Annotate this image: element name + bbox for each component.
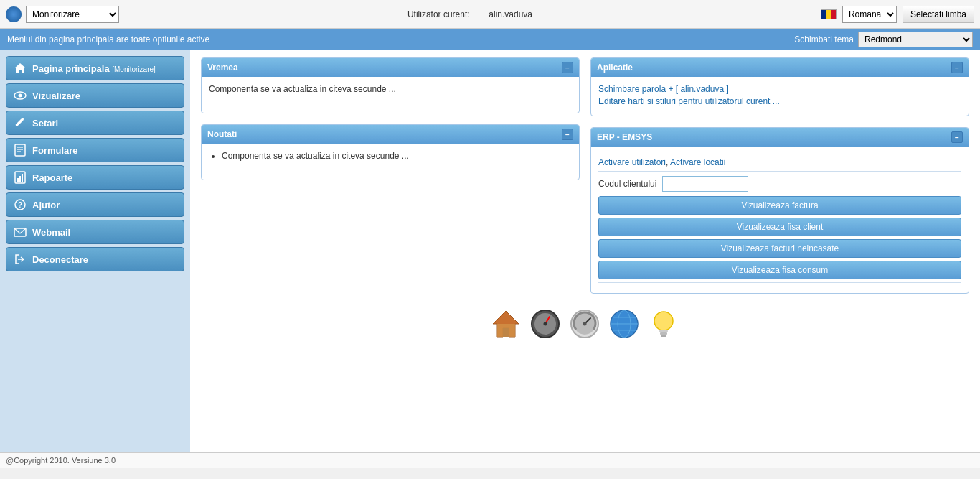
sidebar-item-ajutor[interactable]: ? Ajutor <box>6 192 184 217</box>
erp-btn-fisa-client[interactable]: Vizualizeaza fisa client <box>598 218 961 236</box>
info-bar: Meniul din pagina principala are toate o… <box>0 29 980 50</box>
footer-house-icon <box>490 308 522 340</box>
noutati-item: Componenta se va actualiza in citeva sec… <box>222 151 572 161</box>
footer-gauge-icon <box>529 308 562 340</box>
footer-globe-icon <box>608 308 641 340</box>
report-icon <box>14 171 27 184</box>
top-bar: Monitorizare Utilizator curent: alin.vad… <box>0 0 980 29</box>
noutati-widget: Noutati − Componenta se va actualiza in … <box>201 124 580 180</box>
svg-marker-0 <box>14 63 26 73</box>
svg-point-21 <box>544 322 547 326</box>
select-language-button[interactable]: Selectati limba <box>903 6 974 23</box>
noutati-title: Noutati <box>207 129 237 139</box>
erp-minimize-btn[interactable]: − <box>951 131 963 143</box>
noutati-minimize-btn[interactable]: − <box>562 129 573 140</box>
aplicatie-title: Aplicatie <box>597 62 633 73</box>
home-icon <box>14 62 27 75</box>
vremea-widget: Vremea − Componenta se va actualiza in c… <box>201 57 580 113</box>
username: alin.vaduva <box>489 9 532 19</box>
theme-select[interactable]: Redmond Default Blue <box>858 32 973 47</box>
mail-icon <box>14 225 27 238</box>
footer-bulb-icon <box>648 308 680 340</box>
aplicatie-header: Aplicatie − <box>591 58 969 77</box>
erp-bottom-divider <box>598 282 961 283</box>
top-bar-right: Romana English Selectati limba <box>821 6 974 23</box>
sidebar-item-webmail[interactable]: Webmail <box>6 220 184 244</box>
aplicatie-link-1[interactable]: Schimbare parola + [ alin.vaduva ] <box>598 84 961 94</box>
flag-icon <box>821 9 837 19</box>
erp-header: ERP - EMSYS − <box>591 128 969 147</box>
svg-text:?: ? <box>18 201 22 209</box>
sidebar-vizualizare-label: Vizualizare <box>32 90 80 101</box>
form-icon <box>14 144 27 157</box>
logout-icon <box>14 253 27 266</box>
erp-title: ERP - EMSYS <box>597 132 652 142</box>
aplicatie-minimize-btn[interactable]: − <box>951 62 963 73</box>
theme-selector: Schimbati tema Redmond Default Blue <box>794 32 973 47</box>
main-layout: Pagina principala [Monitorizare] Vizuali… <box>0 50 980 452</box>
sidebar: Pagina principala [Monitorizare] Vizuali… <box>0 50 190 452</box>
erp-widget: ERP - EMSYS − Activare utilizatori, Acti… <box>590 127 969 294</box>
sidebar-deconectare-label: Deconectare <box>32 254 88 265</box>
top-bar-left: Monitorizare <box>6 6 119 23</box>
erp-cod-label: Codul clientului <box>598 179 656 189</box>
svg-rect-10 <box>22 174 23 182</box>
wrench-icon <box>14 116 27 129</box>
footer-icons <box>201 294 969 348</box>
sidebar-formulare-label: Formulare <box>32 145 78 156</box>
content-area: Vremea − Componenta se va actualiza in c… <box>190 50 980 452</box>
erp-btn-factura[interactable]: Vizualizeaza factura <box>598 196 961 215</box>
aplicatie-widget: Aplicatie − Schimbare parola + [ alin.va… <box>590 57 969 116</box>
sidebar-item-vizualizare[interactable]: Vizualizare <box>6 83 184 108</box>
erp-activare-text: Activare utilizatori, Activare locatii <box>598 154 961 172</box>
svg-rect-34 <box>661 335 666 337</box>
erp-cod-input[interactable] <box>662 176 748 192</box>
language-select[interactable]: Romana English <box>842 6 897 23</box>
vremea-header: Vremea − <box>202 58 579 77</box>
user-label: Utilizator curent: <box>407 9 470 19</box>
sidebar-item-deconectare[interactable]: Deconectare <box>6 247 184 271</box>
footer-speedometer-icon <box>569 308 601 340</box>
left-column: Vremea − Componenta se va actualiza in c… <box>201 57 580 294</box>
user-info: Utilizator curent: alin.vaduva <box>407 9 532 19</box>
app-logo <box>6 6 22 22</box>
sidebar-rapoarte-label: Rapoarte <box>32 172 72 183</box>
sidebar-webmail-label: Webmail <box>32 227 70 238</box>
svg-rect-33 <box>660 332 667 335</box>
widgets-grid: Vremea − Componenta se va actualiza in c… <box>201 57 969 294</box>
copyright-text: @Copyright 2010. Versiune 3.0 <box>6 456 116 465</box>
aplicatie-link-2[interactable]: Editare harti si stiluri pentru utilizat… <box>598 96 961 106</box>
svg-rect-32 <box>659 330 668 332</box>
erp-btn-fisa-consum[interactable]: Vizualizeaza fisa consum <box>598 261 961 279</box>
erp-btn-facturi-neincasate[interactable]: Vizualizeaza facturi neincasate <box>598 239 961 258</box>
erp-activare-utilizatori-link[interactable]: Activare utilizatori <box>598 157 666 167</box>
eye-icon <box>14 89 27 102</box>
aplicatie-body: Schimbare parola + [ alin.vaduva ] Edita… <box>591 77 969 116</box>
sidebar-item-formulare[interactable]: Formulare <box>6 138 184 162</box>
copyright: @Copyright 2010. Versiune 3.0 <box>0 452 980 468</box>
theme-label: Schimbati tema <box>794 34 854 45</box>
romania-flag <box>821 9 837 19</box>
svg-point-31 <box>654 312 673 330</box>
monitor-select[interactable]: Monitorizare <box>26 6 119 23</box>
vremea-minimize-btn[interactable]: − <box>562 62 573 73</box>
svg-rect-17 <box>497 324 515 337</box>
erp-body: Activare utilizatori, Activare locatii C… <box>591 147 969 293</box>
svg-point-25 <box>583 322 587 326</box>
help-icon: ? <box>14 198 27 211</box>
sidebar-ajutor-label: Ajutor <box>32 200 60 210</box>
sidebar-item-setari[interactable]: Setari <box>6 111 184 135</box>
erp-activare-locatii-link[interactable]: Activare locatii <box>670 157 725 167</box>
svg-rect-9 <box>19 176 21 182</box>
noutati-body: Componenta se va actualiza in citeva sec… <box>202 144 579 180</box>
svg-rect-3 <box>15 144 25 156</box>
vremea-title: Vremea <box>207 62 238 73</box>
sidebar-item-pagina-principala[interactable]: Pagina principala [Monitorizare] <box>6 56 184 80</box>
vremea-body: Componenta se va actualiza in citeva sec… <box>202 77 579 113</box>
sidebar-setari-label: Setari <box>32 118 58 129</box>
svg-point-2 <box>19 94 22 98</box>
sidebar-item-label: Pagina principala [Monitorizare] <box>32 63 156 74</box>
vremea-body-text: Componenta se va actualiza in citeva sec… <box>209 84 396 94</box>
info-message: Meniul din pagina principala are toate o… <box>7 34 209 45</box>
sidebar-item-rapoarte[interactable]: Rapoarte <box>6 165 184 190</box>
